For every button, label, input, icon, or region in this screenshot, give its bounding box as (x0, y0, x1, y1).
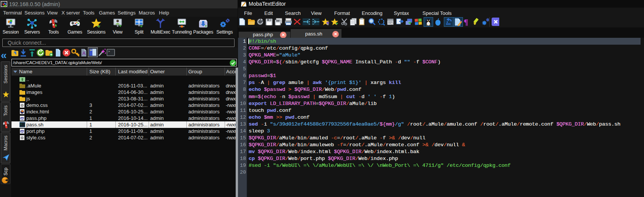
svg-text:php: php (21, 118, 25, 120)
svg-text:¶: ¶ (464, 18, 468, 26)
svg-text:A: A (82, 50, 86, 56)
svg-text:php: php (21, 131, 25, 133)
svg-text:>: > (20, 123, 22, 126)
svg-text:>: > (108, 50, 110, 53)
